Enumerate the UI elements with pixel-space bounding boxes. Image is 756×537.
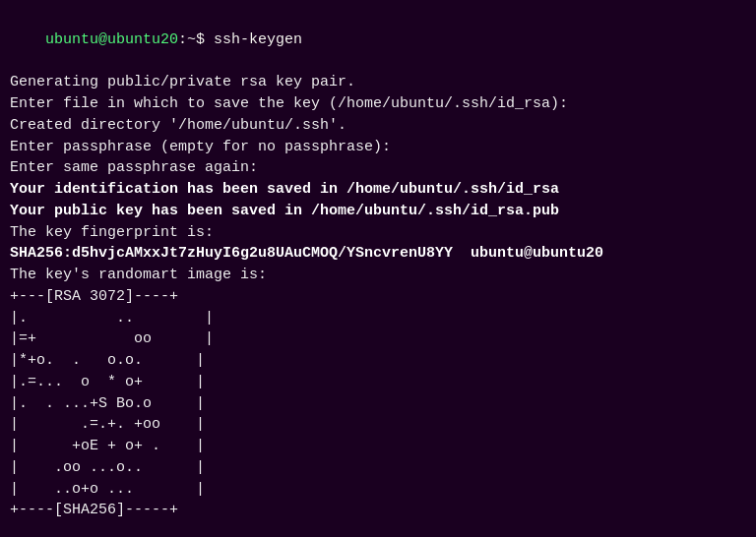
command-text: ssh-keygen bbox=[214, 31, 302, 48]
randomart-row-2: |=+ oo | bbox=[10, 328, 746, 350]
randomart-row-4: |.=... o * o+ | bbox=[10, 372, 746, 393]
randomart-row-6: | .=.+. +oo | bbox=[10, 414, 746, 436]
output-line-10: The key's randomart image is: bbox=[10, 265, 746, 286]
output-line-4: Enter passphrase (empty for no passphras… bbox=[10, 137, 746, 158]
randomart-row-7: | +oE + o+ . | bbox=[10, 436, 746, 457]
prompt-line: ubuntu@ubuntu20:~$ ssh-keygen bbox=[10, 8, 746, 72]
randomart-row-1: |. .. | bbox=[10, 308, 746, 329]
output-line-2: Enter file in which to save the key (/ho… bbox=[10, 93, 746, 115]
randomart-row-8: | .oo ...o.. | bbox=[10, 457, 746, 479]
output-line-9: SHA256:d5hvjcAMxxJt7zHuyI6g2u8UAuCMOQ/YS… bbox=[10, 243, 746, 265]
prompt-user: ubuntu@ubuntu20 bbox=[45, 31, 178, 48]
output-line-3: Created directory '/home/ubuntu/.ssh'. bbox=[10, 115, 746, 137]
randomart-bottom: +----[SHA256]-----+ bbox=[10, 500, 746, 521]
randomart-row-9: | ..o+o ... | bbox=[10, 479, 746, 501]
output-line-6: Your identification has been saved in /h… bbox=[10, 179, 746, 201]
output-line-5: Enter same passphrase again: bbox=[10, 157, 746, 179]
randomart-row-5: |. . ...+S Bo.o | bbox=[10, 393, 746, 415]
output-line-8: The key fingerprint is: bbox=[10, 222, 746, 244]
randomart-top: +---[RSA 3072]----+ bbox=[10, 286, 746, 308]
output-line-1: Generating public/private rsa key pair. bbox=[10, 72, 746, 93]
output-line-7: Your public key has been saved in /home/… bbox=[10, 201, 746, 222]
randomart-row-3: |*+o. . o.o. | bbox=[10, 350, 746, 372]
prompt-separator: :~$ bbox=[178, 31, 214, 48]
terminal-window[interactable]: ubuntu@ubuntu20:~$ ssh-keygen Generating… bbox=[0, 0, 756, 537]
